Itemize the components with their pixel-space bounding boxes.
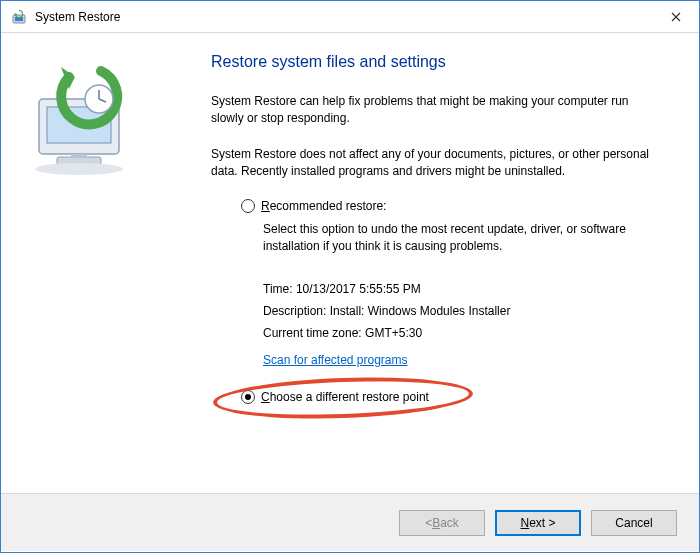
svg-rect-6 — [71, 154, 87, 158]
recommended-restore-radio[interactable]: Recommended restore: — [241, 199, 661, 213]
close-button[interactable] — [653, 1, 699, 33]
main-panel: Restore system files and settings System… — [181, 33, 699, 493]
restore-illustration — [13, 49, 153, 179]
detail-timezone: Current time zone: GMT+5:30 — [263, 323, 661, 345]
window-title: System Restore — [35, 10, 653, 24]
recommended-label: Recommended restore: — [261, 199, 386, 213]
sidebar — [1, 33, 181, 493]
content-area: Restore system files and settings System… — [1, 33, 699, 493]
scan-affected-link[interactable]: Scan for affected programs — [263, 350, 408, 372]
options-group: Recommended restore: Select this option … — [241, 199, 661, 404]
next-button[interactable]: Next > — [495, 510, 581, 536]
choose-different-radio[interactable]: Choose a different restore point — [241, 390, 661, 404]
radio-icon — [241, 199, 255, 213]
detail-description: Description: Install: Windows Modules In… — [263, 301, 661, 323]
recommended-description: Select this option to undo the most rece… — [263, 221, 661, 256]
button-bar: < Back Next > Cancel — [1, 493, 699, 551]
titlebar: System Restore — [1, 1, 699, 33]
intro-paragraph-2: System Restore does not affect any of yo… — [211, 146, 661, 181]
page-heading: Restore system files and settings — [211, 53, 661, 71]
app-icon — [11, 9, 27, 25]
choose-different-label: Choose a different restore point — [261, 390, 429, 404]
intro-paragraph-1: System Restore can help fix problems tha… — [211, 93, 661, 128]
restore-point-details: Time: 10/13/2017 5:55:55 PM Description:… — [263, 279, 661, 371]
detail-time: Time: 10/13/2017 5:55:55 PM — [263, 279, 661, 301]
radio-icon — [241, 390, 255, 404]
back-button: < Back — [399, 510, 485, 536]
svg-point-7 — [35, 163, 123, 175]
close-icon — [671, 12, 681, 22]
cancel-button[interactable]: Cancel — [591, 510, 677, 536]
